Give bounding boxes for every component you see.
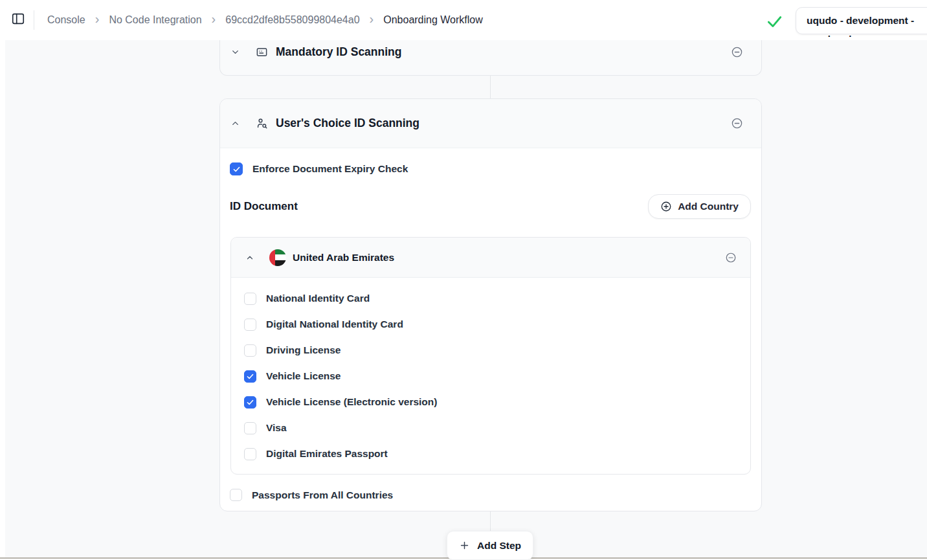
step-connector-line (490, 511, 491, 531)
environment-label: uqudo - development - (807, 15, 914, 27)
document-label: Visa (266, 422, 287, 434)
chevron-right-icon: › (95, 12, 100, 25)
top-bar: › Console › No Code Integration › 69ccd2… (0, 0, 927, 40)
step-header[interactable]: User's Choice ID Scanning (220, 99, 761, 148)
document-label: Vehicle License (266, 370, 341, 382)
step-connector-line (490, 76, 491, 98)
breadcrumb-label: No Code Integration (109, 14, 201, 26)
chevron-right-icon: › (212, 12, 216, 25)
step-panel-mandatory-id-scanning: Mandatory ID Scanning (219, 40, 762, 76)
document-checkbox-row[interactable]: Driving License (244, 344, 737, 357)
breadcrumb-label: Onboarding Workflow (383, 14, 483, 26)
enforce-expiry-check-row[interactable]: Enforce Document Expiry Check (230, 162, 751, 175)
checkbox[interactable] (230, 162, 243, 175)
breadcrumb-item[interactable]: › 69ccd2dfe8b558099804e4a0 (202, 14, 360, 27)
document-checkbox-row[interactable]: Digital National Identity Card (244, 318, 737, 331)
document-checkbox-row[interactable]: Vehicle License (244, 370, 737, 383)
country-header[interactable]: United Arab Emirates (231, 238, 750, 278)
environment-selector[interactable]: uqudo - development - (796, 7, 927, 34)
step-panel-users-choice-id-scanning: User's Choice ID Scanning Enforce Docume… (219, 98, 762, 511)
enforce-expiry-check-label: Enforce Document Expiry Check (252, 163, 408, 175)
breadcrumb-item[interactable]: › Console (47, 14, 85, 26)
document-checkbox-row[interactable]: Visa (244, 421, 737, 434)
document-list: National Identity Card Digital National … (231, 278, 750, 474)
id-card-icon (256, 46, 268, 58)
country-name: United Arab Emirates (293, 252, 394, 263)
app-window: › Console › No Code Integration › 69ccd2… (0, 0, 927, 560)
remove-step-icon[interactable] (731, 117, 743, 129)
topbar-divider (34, 10, 34, 30)
document-checkbox-row[interactable]: National Identity Card (244, 292, 737, 305)
checkbox[interactable] (244, 344, 256, 357)
country-card-united-arab-emirates: United Arab Emirates National Identity C… (230, 237, 751, 475)
user-search-icon (256, 117, 268, 129)
checkbox[interactable] (244, 396, 256, 409)
step-title: User's Choice ID Scanning (276, 117, 419, 130)
document-label: Digital National Identity Card (266, 319, 403, 330)
sidebar-toggle-button[interactable] (10, 12, 26, 28)
checkbox[interactable] (244, 293, 256, 305)
document-checkbox-row[interactable]: Vehicle License (Electronic version) (244, 396, 737, 409)
add-country-label: Add Country (678, 201, 739, 212)
document-label: National Identity Card (266, 293, 370, 304)
checkbox[interactable] (244, 319, 256, 331)
breadcrumb-label: Console (47, 14, 85, 26)
checkbox[interactable] (244, 422, 256, 434)
document-label: Driving License (266, 344, 341, 356)
checkbox[interactable] (230, 489, 242, 501)
checkbox[interactable] (244, 448, 256, 460)
chevron-up-icon[interactable] (245, 253, 254, 262)
add-step-label: Add Step (477, 540, 521, 552)
add-country-button[interactable]: Add Country (648, 194, 751, 219)
document-label: Vehicle License (Electronic version) (266, 396, 437, 408)
passports-all-countries-row[interactable]: Passports From All Countries (230, 489, 751, 501)
remove-country-icon[interactable] (725, 252, 737, 263)
document-checkbox-row[interactable]: Digital Emirates Passport (244, 447, 737, 460)
id-document-heading: ID Document (230, 200, 298, 213)
chevron-down-icon[interactable] (230, 47, 240, 57)
chevron-right-icon: › (370, 12, 374, 25)
chevron-up-icon[interactable] (230, 118, 240, 128)
plus-circle-icon (660, 201, 672, 212)
checkbox[interactable] (244, 370, 256, 383)
document-label: Digital Emirates Passport (266, 448, 388, 460)
panel-left-icon (11, 12, 25, 28)
passports-all-countries-label: Passports From All Countries (252, 489, 393, 501)
breadcrumb-label: 69ccd2dfe8b558099804e4a0 (225, 14, 359, 26)
breadcrumb: › Console › No Code Integration › 69ccd2… (47, 14, 483, 27)
step-title: Mandatory ID Scanning (276, 45, 401, 59)
add-step-button[interactable]: Add Step (447, 531, 533, 560)
plus-icon (459, 540, 470, 551)
breadcrumb-item[interactable]: › No Code Integration (85, 14, 202, 27)
environment-clipped-text: uqudo - development - (806, 34, 851, 37)
breadcrumb-item[interactable]: › Onboarding Workflow (360, 14, 483, 27)
environment-check-icon (766, 13, 783, 30)
uae-flag-icon (269, 249, 286, 266)
remove-step-icon[interactable] (731, 46, 743, 58)
